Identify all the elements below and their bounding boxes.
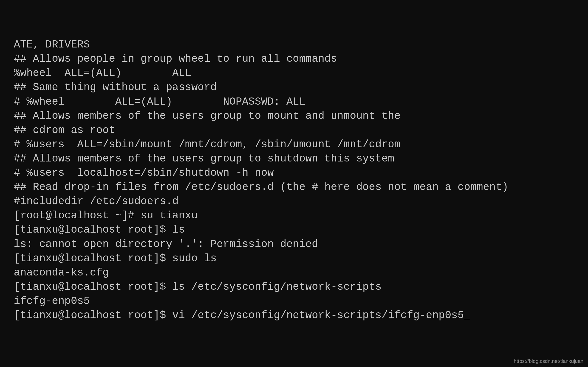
terminal-line-line14: # %users localhost=/sbin/shutdown -h now xyxy=(14,166,574,180)
terminal-line-line3: ## Allows people in group wheel to run a… xyxy=(14,52,574,66)
terminal-line-line10: ## cdrom as root xyxy=(14,123,574,137)
terminal-content: ATE, DRIVERS## Allows people in group wh… xyxy=(14,38,574,323)
terminal-line-line18: [root@localhost ~]# su tianxu xyxy=(14,209,574,223)
terminal-line-line20: ls: cannot open directory '.': Permissio… xyxy=(14,237,574,251)
terminal-line-line6: ## Same thing without a password xyxy=(14,80,574,94)
terminal-line-line13: ## Allows members of the users group to … xyxy=(14,152,574,166)
terminal-line-line17: #includedir /etc/sudoers.d xyxy=(14,194,574,209)
terminal-line-line1: ATE, DRIVERS xyxy=(14,38,574,52)
terminal-line-line24: ifcfg-enp0s5 xyxy=(14,294,574,308)
terminal-line-line19: [tianxu@localhost root]$ ls xyxy=(14,223,574,237)
terminal-line-line7: # %wheel ALL=(ALL) NOPASSWD: ALL xyxy=(14,95,574,109)
terminal-line-line25: [tianxu@localhost root]$ vi /etc/sysconf… xyxy=(14,308,574,323)
terminal-line-line11: # %users ALL=/sbin/mount /mnt/cdrom, /sb… xyxy=(14,137,574,152)
watermark: https://blog.csdn.net/tianxujuan xyxy=(514,358,583,364)
terminal-line-line23: [tianxu@localhost root]$ ls /etc/sysconf… xyxy=(14,280,574,294)
terminal-line-line21: [tianxu@localhost root]$ sudo ls xyxy=(14,251,574,266)
terminal-window: ATE, DRIVERS## Allows people in group wh… xyxy=(0,0,588,367)
terminal-line-line4: %wheel ALL=(ALL) ALL xyxy=(14,66,574,80)
terminal-line-line16: ## Read drop-in files from /etc/sudoers.… xyxy=(14,180,574,194)
terminal-line-line22: anaconda-ks.cfg xyxy=(14,266,574,280)
terminal-line-line9: ## Allows members of the users group to … xyxy=(14,109,574,123)
